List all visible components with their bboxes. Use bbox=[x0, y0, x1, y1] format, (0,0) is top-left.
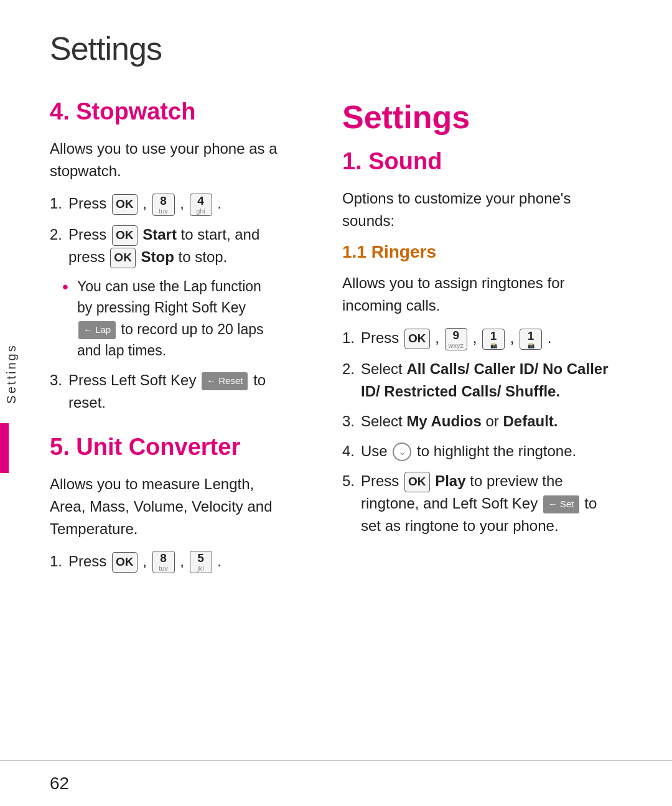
step1-content: Press OK , 8 tuv , 4 ghi . bbox=[68, 192, 280, 216]
sound-section: 1. Sound Options to customize your phone… bbox=[342, 148, 616, 537]
r-step2-num: 2. bbox=[342, 358, 361, 380]
r-step2-content: Select All Calls/ Caller ID/ No Caller I… bbox=[361, 358, 616, 403]
r-step1-content: Press OK , 9 wxyz , 1 📸 , 1 bbox=[361, 327, 616, 350]
stopwatch-bullet: • You can use the Lap function by pressi… bbox=[62, 276, 280, 362]
bullet-content: You can use the Lap function by pressing… bbox=[77, 276, 280, 362]
bottom-area: 62 bbox=[0, 760, 672, 806]
r-step4-content: Use ⌄ to highlight the ringtone. bbox=[361, 440, 616, 462]
r-step4-num: 4. bbox=[342, 440, 361, 462]
key-1-r1: 1 📸 bbox=[482, 329, 505, 350]
sound-heading: 1. Sound bbox=[342, 148, 616, 175]
key-9wxyz: 9 wxyz bbox=[445, 328, 467, 350]
ok-key-play: OK bbox=[404, 472, 430, 492]
key-5jkl: 5 jkl bbox=[190, 551, 212, 573]
stopwatch-step1: 1. Press OK , 8 tuv , 4 ghi . bbox=[50, 192, 280, 216]
stopwatch-step2: 2. Press OK Start to start, and press OK… bbox=[50, 223, 280, 268]
r-step3-num: 3. bbox=[342, 410, 361, 433]
bullet-dot: • bbox=[62, 274, 77, 300]
step3-num: 3. bbox=[50, 369, 68, 391]
page-title: Settings bbox=[0, 0, 672, 80]
sidebar-label: Settings bbox=[4, 344, 19, 403]
ringers-description: Allows you to assign ringtones for incom… bbox=[342, 272, 616, 317]
r-step3-content: Select My Audios or Default. bbox=[361, 410, 616, 433]
ringers-step1: 1. Press OK , 9 wxyz , 1 📸 , bbox=[342, 327, 616, 350]
ringers-section: 1.1 Ringers Allows you to assign rington… bbox=[342, 242, 616, 537]
step3-content: Press Left Soft Key ← Reset to reset. bbox=[68, 369, 280, 414]
lap-softkey: ← Lap bbox=[78, 321, 116, 339]
step1-num: 1. bbox=[50, 192, 68, 215]
right-column: Settings 1. Sound Options to customize y… bbox=[317, 80, 653, 760]
key-8tuv: 8 tuv bbox=[152, 194, 175, 216]
ringers-step2: 2. Select All Calls/ Caller ID/ No Calle… bbox=[342, 358, 616, 403]
ringers-step5: 5. Press OK Play to preview the ringtone… bbox=[342, 470, 616, 537]
unit-converter-step1: 1. Press OK , 8 tuv , 5 jkl . bbox=[50, 550, 280, 574]
stopwatch-description: Allows you to use your phone as a stopwa… bbox=[50, 138, 280, 182]
set-softkey: ← Set bbox=[543, 495, 579, 513]
r-step1-num: 1. bbox=[342, 327, 361, 349]
stopwatch-section: 4. Stopwatch Allows you to use your phon… bbox=[50, 98, 280, 414]
r-step5-num: 5. bbox=[342, 470, 361, 492]
uc-step1-content: Press OK , 8 tuv , 5 jkl . bbox=[68, 550, 280, 574]
ok-key-uc: OK bbox=[112, 552, 138, 573]
r-step5-content: Press OK Play to preview the ringtone, a… bbox=[361, 470, 616, 537]
unit-converter-section: 5. Unit Converter Allows you to measure … bbox=[50, 434, 280, 574]
key-4ghi: 4 ghi bbox=[190, 194, 212, 216]
page-container: Settings Settings 4. Stopwatch Allows yo… bbox=[0, 0, 672, 806]
unit-converter-description: Allows you to measure Length, Area, Mass… bbox=[50, 473, 280, 540]
ok-key-3: OK bbox=[110, 248, 136, 268]
reset-softkey: ← Reset bbox=[202, 372, 248, 390]
key-8tuv-uc: 8 tuv bbox=[152, 551, 175, 573]
ok-key-2: OK bbox=[112, 225, 138, 246]
sound-description: Options to customize your phone's sounds… bbox=[342, 187, 616, 232]
page-number: 62 bbox=[50, 774, 69, 794]
ringers-step3: 3. Select My Audios or Default. bbox=[342, 410, 616, 433]
unit-converter-heading: 5. Unit Converter bbox=[50, 434, 280, 461]
ok-key-r1: OK bbox=[404, 329, 430, 349]
nav-icon: ⌄ bbox=[393, 443, 411, 461]
ok-key-1: OK bbox=[112, 194, 138, 215]
ringers-heading: 1.1 Ringers bbox=[342, 242, 616, 262]
step2-content: Press OK Start to start, and press OK St… bbox=[68, 223, 280, 268]
key-1-r2: 1 📸 bbox=[520, 329, 542, 350]
step2-num: 2. bbox=[50, 223, 68, 246]
stopwatch-step3: 3. Press Left Soft Key ← Reset to reset. bbox=[50, 369, 280, 414]
uc-step1-num: 1. bbox=[50, 550, 68, 573]
content-area: 4. Stopwatch Allows you to use your phon… bbox=[0, 80, 672, 760]
left-column: 4. Stopwatch Allows you to use your phon… bbox=[0, 80, 317, 760]
ringers-step4: 4. Use ⌄ to highlight the ringtone. bbox=[342, 440, 616, 462]
stopwatch-heading: 4. Stopwatch bbox=[50, 98, 280, 125]
settings-heading: Settings bbox=[342, 98, 616, 136]
